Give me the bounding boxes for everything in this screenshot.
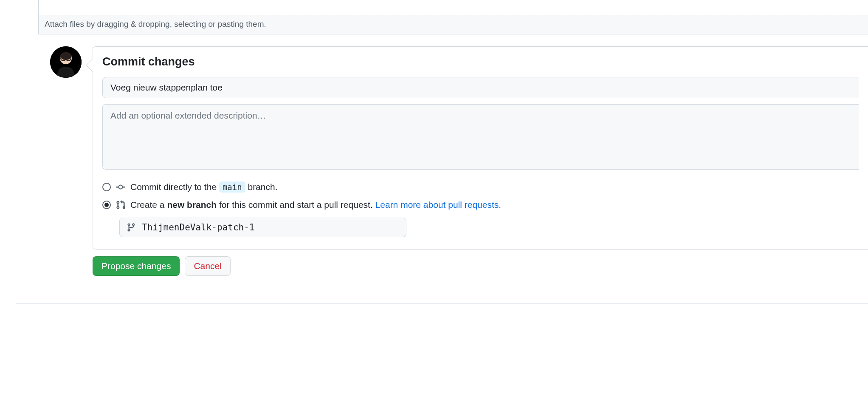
editor-area-tail	[39, 0, 868, 15]
file-editor-bottom: Attach files by dragging & dropping, sel…	[38, 0, 868, 34]
commit-changes-panel: Commit changes Commit directly to the ma…	[93, 46, 868, 250]
attach-files-hint-text: Attach files by dragging & dropping, sel…	[45, 20, 266, 28]
commit-actions: Propose changes Cancel	[93, 256, 868, 276]
commit-description-input[interactable]	[102, 104, 859, 170]
commit-summary-input[interactable]	[102, 77, 859, 98]
attach-files-hint[interactable]: Attach files by dragging & dropping, sel…	[39, 15, 868, 34]
radio-checked[interactable]	[102, 201, 111, 209]
avatar-image	[50, 46, 82, 78]
branch-name-input-wrap[interactable]	[119, 218, 406, 237]
footer-divider	[16, 303, 868, 303]
git-commit-icon	[116, 182, 125, 192]
git-branch-icon	[127, 223, 136, 232]
commit-changes-heading: Commit changes	[102, 55, 859, 68]
learn-more-pull-requests-link[interactable]: Learn more about pull requests.	[375, 200, 502, 210]
commit-direct-option[interactable]: Commit directly to the main branch.	[102, 182, 859, 192]
propose-changes-button[interactable]: Propose changes	[93, 256, 180, 276]
main-branch-code: main	[219, 181, 245, 193]
commit-new-branch-label: Create a new branch for this commit and …	[130, 200, 501, 210]
git-pull-request-icon	[116, 200, 125, 210]
branch-name-input[interactable]	[142, 222, 399, 233]
commit-direct-label: Commit directly to the main branch.	[130, 182, 278, 192]
commit-new-branch-option[interactable]: Create a new branch for this commit and …	[102, 200, 859, 210]
cancel-button[interactable]: Cancel	[185, 256, 230, 276]
radio-unchecked[interactable]	[102, 183, 111, 191]
avatar[interactable]	[50, 46, 82, 78]
